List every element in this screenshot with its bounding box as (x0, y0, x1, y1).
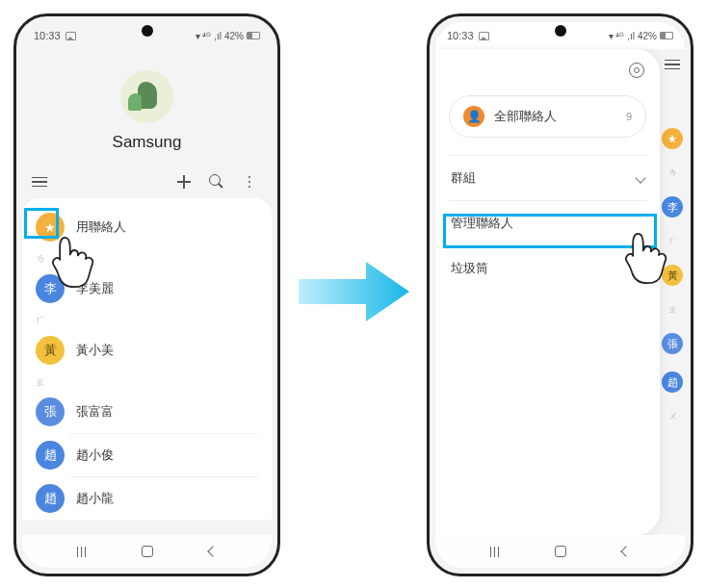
menu-icon[interactable] (665, 57, 680, 72)
phone-left: 10:33 ▾ ⁴ᴳ ,ıl 42% Samsung ★ (13, 13, 280, 576)
android-nav-bar (22, 535, 272, 568)
status-battery: 42% (224, 31, 244, 41)
contact-badge: 趙 (36, 441, 65, 470)
index-badge[interactable]: 趙 (662, 371, 683, 393)
drawer-label: 群組 (451, 169, 476, 187)
status-signal: ▾ ⁴ᴳ ,ıl (609, 31, 635, 41)
camera-notch (555, 25, 566, 37)
svg-marker-0 (299, 262, 409, 321)
contact-name: 張富富 (76, 403, 114, 421)
status-battery: 42% (638, 31, 657, 41)
contact-row[interactable]: 趙 趙小俊 (22, 434, 272, 476)
status-signal: ▾ ⁴ᴳ ,ıl (196, 31, 222, 41)
screen-left: 10:33 ▾ ⁴ᴳ ,ıl 42% Samsung ★ (22, 22, 272, 568)
index-badge[interactable]: 李 (662, 196, 683, 217)
tutorial-highlight (24, 208, 59, 239)
contact-name: 用聯絡人 (76, 218, 126, 236)
nav-home-icon[interactable] (555, 546, 566, 557)
contacts-list[interactable]: ★ 用聯絡人 ㄌ 李 李美麗 ㄏ 黃 黃小美 ㄓ 張 張富富 趙 趙小俊 (22, 198, 272, 520)
battery-icon (660, 32, 673, 39)
contact-badge: 李 (36, 274, 65, 303)
screenshot-icon (65, 32, 76, 40)
nav-home-icon[interactable] (142, 546, 153, 557)
add-icon[interactable] (175, 173, 193, 191)
nav-recents-icon[interactable] (490, 547, 500, 557)
all-contacts-pill[interactable]: 👤 全部聯絡人 9 (449, 95, 646, 138)
contact-name: 趙小龍 (76, 490, 114, 507)
toolbar (22, 166, 272, 198)
drawer-layer: ★ ㄌ 李 ㄏ 黃 ㄓ 張 趙 ㄨ 👤 全部聯絡人 (435, 49, 685, 535)
search-icon[interactable] (208, 173, 225, 191)
contact-name: 趙小俊 (76, 447, 114, 464)
phone-right: 10:33 ▾ ⁴ᴳ ,ıl 42% ★ ㄌ 李 ㄏ 黃 ㄓ 張 (427, 13, 693, 576)
android-nav-bar (435, 535, 685, 568)
nav-recents-icon[interactable] (77, 547, 87, 557)
star-icon[interactable]: ★ (662, 128, 683, 149)
profile-header: Samsung (22, 49, 272, 166)
side-drawer: 👤 全部聯絡人 9 群組 管理聯絡人 垃圾筒 (435, 49, 660, 535)
settings-icon[interactable] (629, 63, 644, 78)
contacts-index-strip: ★ ㄌ 李 ㄏ 黃 ㄓ 張 趙 ㄨ (660, 49, 685, 535)
contact-name: 李美麗 (76, 280, 114, 297)
index-letter[interactable]: ㄌ (668, 166, 677, 179)
index-letter[interactable]: ㄏ (668, 235, 677, 247)
section-label: ㄏ (22, 310, 272, 329)
drawer-item-groups[interactable]: 群組 (435, 156, 660, 200)
contact-row[interactable]: 張 張富富 (22, 391, 272, 433)
index-badge[interactable]: 張 (662, 333, 683, 354)
nav-back-icon[interactable] (207, 546, 218, 556)
screenshot-icon (479, 32, 489, 40)
contact-row[interactable]: 李 李美麗 (22, 268, 272, 310)
more-icon[interactable] (241, 173, 258, 191)
drawer-item-trash[interactable]: 垃圾筒 (435, 246, 660, 291)
all-contacts-label: 全部聯絡人 (494, 108, 557, 125)
person-icon: 👤 (463, 106, 484, 127)
step-arrow (299, 262, 409, 321)
chevron-down-icon (635, 172, 645, 183)
section-label: ㄌ (22, 248, 272, 268)
status-time: 10:33 (34, 30, 61, 41)
contact-row[interactable]: ★ 用聯絡人 (22, 206, 272, 248)
nav-back-icon[interactable] (620, 546, 631, 556)
profile-avatar[interactable] (120, 70, 173, 123)
profile-name: Samsung (22, 133, 272, 152)
contact-badge: 趙 (36, 484, 65, 513)
index-letter[interactable]: ㄓ (668, 303, 677, 316)
status-time: 10:33 (447, 30, 474, 41)
all-contacts-count: 9 (626, 111, 632, 122)
contact-badge: 張 (36, 397, 65, 426)
index-badge[interactable]: 黃 (662, 265, 683, 286)
menu-icon[interactable] (32, 173, 47, 191)
tutorial-highlight (443, 214, 657, 248)
drawer-label: 垃圾筒 (451, 260, 488, 277)
camera-notch (142, 25, 153, 37)
battery-icon (247, 32, 260, 39)
section-label: ㄓ (22, 371, 272, 391)
contact-name: 黃小美 (76, 342, 114, 359)
index-letter[interactable]: ㄨ (668, 410, 677, 422)
screen-right: 10:33 ▾ ⁴ᴳ ,ıl 42% ★ ㄌ 李 ㄏ 黃 ㄓ 張 (435, 22, 685, 568)
contact-row[interactable]: 黃 黃小美 (22, 329, 272, 371)
contact-badge: 黃 (36, 336, 65, 365)
contact-row[interactable]: 趙 趙小龍 (22, 477, 272, 520)
